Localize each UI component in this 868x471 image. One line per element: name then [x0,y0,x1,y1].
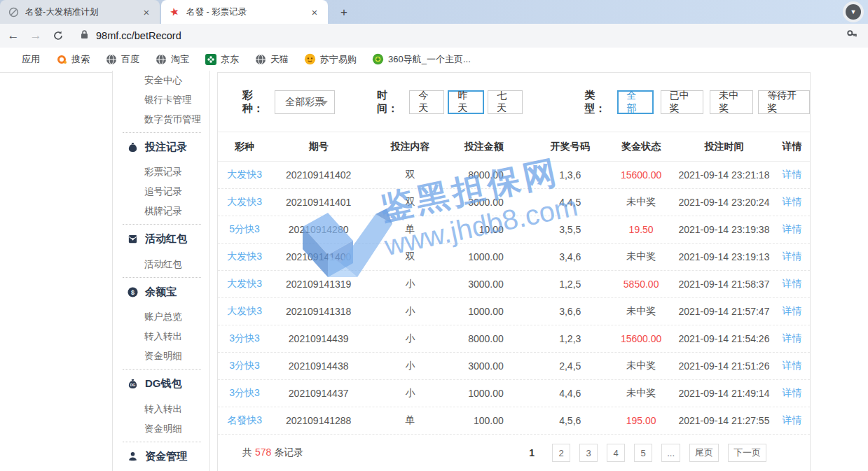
apps-grid-icon [6,53,18,65]
refresh-icon[interactable] [49,27,67,45]
sidebar-item-fund-details[interactable]: 资金明细 [113,346,209,366]
chevron-down-icon: ▼ [846,4,861,20]
page-button-4[interactable]: 4 [607,444,625,462]
lottery-name[interactable]: 大发快3 [218,251,271,263]
detail-link[interactable]: 详情 [774,196,810,209]
detail-link[interactable]: 详情 [774,305,810,318]
divider [123,442,201,442]
sidebar-section-dg-wallet[interactable]: DG DG钱包 [113,373,209,394]
bookmark-taobao[interactable]: 淘宝 [155,53,189,66]
last-page-button[interactable]: 尾页 [689,444,719,462]
detail-link[interactable]: 详情 [774,414,810,427]
lottery-select[interactable]: 全部彩票 [275,90,335,114]
lottery-name[interactable]: 大发快3 [218,278,271,290]
sidebar-section-red-packet[interactable]: 活动红包 [113,228,209,249]
lottery-name[interactable]: 5分快3 [218,223,271,236]
bet-time: 2021-09-14 21:57:47 [674,306,775,317]
sidebar-item-red-packet[interactable]: 活动红包 [113,255,209,274]
sidebar-item-security-center[interactable]: 安全中心 [113,71,209,90]
page-buttons: 1 2 3 4 5 ... 尾页 下一页 [525,435,766,471]
sidebar-section-bet-records[interactable]: 投注记录 [113,136,209,157]
sidebar-item-lottery-records[interactable]: 彩票记录 [113,162,209,182]
time-filter-yesterday[interactable]: 昨天 [448,90,484,114]
bet-amount: 1000.00 [455,306,532,317]
sidebar-item-digital-currency[interactable]: 数字货币管理 [113,110,209,129]
type-filter-lost[interactable]: 未中奖 [710,90,753,114]
detail-link[interactable]: 详情 [774,251,810,263]
detail-link[interactable]: 详情 [774,169,810,181]
lottery-filter-label: 彩种： [242,89,269,115]
bet-time: 2021-09-14 21:51:26 [674,360,775,372]
lottery-name[interactable]: 大发快3 [218,305,271,318]
back-icon[interactable]: ← [4,27,22,45]
page-button-5[interactable]: 5 [634,444,652,462]
total-records: 共578条记录 [242,447,303,459]
tab-dafa-plan[interactable]: 名發-大发精准计划 × [0,0,160,24]
detail-link[interactable]: 详情 [774,360,810,372]
jd-flower-icon [205,53,216,65]
page-button-ellipsis[interactable]: ... [661,444,680,462]
lottery-name[interactable]: 大发快3 [218,196,271,209]
lottery-name[interactable]: 3分快3 [218,332,271,345]
sidebar-item-chase-records[interactable]: 追号记录 [113,182,209,202]
table-row: 大发快3 202109141318 小 1000.00 3,6,6 未中奖 20… [218,298,810,325]
type-filter-all[interactable]: 全部 [617,90,654,114]
bookmark-360nav[interactable]: 360导航_一个主页... [372,53,471,66]
issue-number: 20210914438 [271,360,366,372]
draw-numbers: 4,4,5 [532,197,609,208]
browser-profile-button[interactable]: ▼ [843,1,864,22]
sidebar-item-fund-details[interactable]: 资金明细 [113,419,209,439]
bet-amount: 100.00 [455,415,532,426]
sidebar: 安全中心 银行卡管理 数字货币管理 投注记录 彩票记录 追号记录 棋牌记录 活动… [112,71,210,471]
url-text[interactable]: 98mf.cc/betRecord [96,30,181,41]
table-row: 5分快3 20210914280 单 10.00 3,5,5 19.50 202… [218,216,810,244]
col-header-content: 投注内容 [366,141,455,153]
sidebar-section-yuebao[interactable]: $ 余额宝 [113,281,209,302]
sidebar-section-fund-management[interactable]: 资金管理 [113,446,209,467]
bet-amount: 3000.00 [455,279,532,290]
detail-link[interactable]: 详情 [774,387,810,400]
page-button-3[interactable]: 3 [579,444,598,462]
password-key-icon[interactable] [846,28,858,43]
sidebar-section-label: 资金管理 [145,450,187,463]
lottery-name[interactable]: 3分快3 [218,387,271,400]
tab-title: 名發-大发精准计划 [25,6,140,18]
sidebar-item-transfer[interactable]: 转入转出 [113,400,209,419]
bet-amount: 8000.00 [455,169,532,181]
prize-status: 未中奖 [609,196,674,209]
tab-close-icon[interactable]: × [140,6,153,18]
time-filter-seven-days[interactable]: 七天 [488,90,523,114]
sidebar-item-account-overview[interactable]: 账户总览 [113,307,209,327]
new-tab-button[interactable]: + [335,3,353,22]
next-page-button[interactable]: 下一页 [728,444,766,462]
detail-link[interactable]: 详情 [774,278,810,290]
page-button-2[interactable]: 2 [552,444,570,462]
tab-bet-record[interactable]: ★ 名發 - 彩票记录 × [161,0,328,24]
type-filter-won[interactable]: 已中奖 [661,90,704,114]
sidebar-item-transfer[interactable]: 转入转出 [113,327,209,346]
time-filter-today[interactable]: 今天 [409,90,444,114]
bookmark-baidu[interactable]: 百度 [105,53,139,66]
issue-number: 20210914439 [271,333,366,344]
detail-link[interactable]: 详情 [774,332,810,345]
draw-numbers: 3,6,6 [532,306,609,317]
lottery-name[interactable]: 大发快3 [218,169,271,181]
slash-circle-favicon-icon [7,6,20,18]
bookmark-jd[interactable]: 京东 [205,53,239,66]
lottery-name[interactable]: 名發快3 [218,414,271,427]
address-bar[interactable]: 98mf.cc/betRecord [80,29,846,42]
divider [123,224,201,225]
sidebar-item-boardgame-records[interactable]: 棋牌记录 [113,202,209,221]
tab-close-icon[interactable]: × [308,6,321,18]
detail-link[interactable]: 详情 [774,223,810,236]
globe-icon [105,53,117,65]
lottery-name[interactable]: 3分快3 [218,360,271,372]
type-filter-pending[interactable]: 等待开奖 [758,90,810,114]
table-row: 3分快3 20210914439 小 8000.00 1,2,3 15600.0… [218,325,810,353]
sidebar-item-bank-card[interactable]: 银行卡管理 [113,90,209,110]
bookmark-suning[interactable]: 苏宁易购 [304,53,357,66]
bookmark-apps[interactable]: 应用 [6,53,40,66]
prize-status: 15600.00 [609,169,674,181]
bookmark-tmall[interactable]: 天猫 [254,53,289,66]
bookmark-search[interactable]: 搜索 [55,53,90,66]
